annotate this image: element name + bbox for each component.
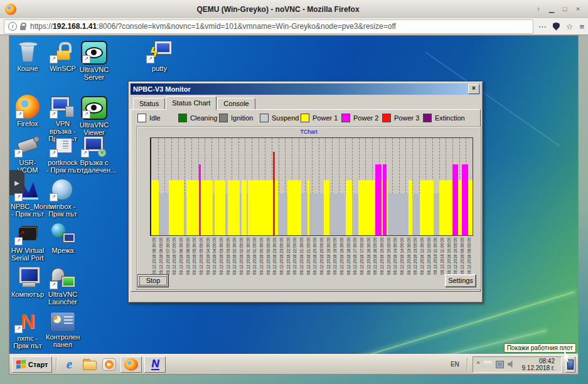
desktop-icon-putty[interactable]: ↗putty (142, 40, 176, 72)
page-info-icon[interactable]: i (8, 22, 17, 31)
x-axis-label: 09.12.2018 04:00:00 (211, 237, 218, 288)
hamburger-menu-icon[interactable]: ≡ (579, 22, 584, 31)
tracking-shield-icon[interactable] (553, 23, 560, 31)
uvnc-launcher-icon: ↗ (50, 265, 76, 289)
chart-bar-suspend (309, 193, 324, 235)
chart-bar-power1 (151, 180, 159, 235)
npbc-monitor-window: NPBC-V3 Monitor × StatusStatus ChartCons… (128, 81, 483, 303)
novnc-remote-screen[interactable]: Кошче↗WinSCP↗UltraVNC Server↗putty↗Firef… (9, 35, 579, 375)
usr-vcom-icon: ↗ (14, 134, 41, 157)
chart-bar-power1 (439, 180, 452, 235)
page-actions-icon[interactable]: ⋯ (538, 22, 547, 31)
shortcut-badge-icon: ↗ (50, 149, 58, 157)
desktop-icon-usr-vcom[interactable]: ↗USR-VCOM (11, 134, 45, 174)
desktop-icon-network[interactable]: Мрежа (46, 221, 80, 254)
desktop-icon-uvnc-server[interactable]: ↗UltraVNC Server (77, 40, 111, 81)
chart-bar-power1 (324, 180, 329, 235)
desktop-icon-uvnc-viewer[interactable]: ↗UltraVNC Viewer (77, 95, 111, 136)
chart-bar-power1 (358, 180, 375, 235)
x-axis-label: 08.12.2018 21:30:00 (298, 237, 305, 288)
start-button[interactable]: Старт (12, 356, 52, 373)
tray-icon-box: ^ 08:42 9.12.2018 г. (473, 356, 562, 373)
desktop-icon-nxmc[interactable]: ↗nxmc - Пряк път (11, 309, 45, 349)
shortcut-badge-icon: ↗ (14, 149, 23, 157)
window-maximize-button[interactable]: □ (561, 5, 569, 13)
desktop-icon-computer[interactable]: Компютър (11, 265, 45, 298)
taskbar-npbc-button[interactable] (144, 356, 166, 373)
action-center-flag-icon[interactable] (484, 361, 492, 368)
desktop-icon-firefox[interactable]: ↗Firefox (11, 95, 45, 127)
x-axis-label: 08.12.2018 17:00:00 (358, 237, 365, 288)
legend-swatch (301, 114, 309, 122)
desktop-icon-control-panel[interactable]: Контролен панел (46, 309, 80, 348)
tab-status[interactable]: Status (133, 98, 165, 110)
stop-button[interactable]: Stop (137, 274, 169, 287)
window-close-button[interactable]: × (574, 5, 582, 13)
vpn-icon: ↗ (50, 95, 76, 119)
window-minimize-button[interactable]: ▁ (548, 5, 555, 13)
x-axis-label: 08.12.2018 23:30:00 (271, 237, 278, 288)
volume-muted-icon[interactable] (508, 361, 516, 368)
legend-swatch (423, 114, 432, 122)
file-explorer-icon[interactable] (80, 356, 98, 373)
taskbar-separator (467, 358, 468, 371)
legend-swatch (341, 114, 350, 122)
legend-label: Power 1 (313, 114, 338, 122)
desktop-icon-portknock[interactable]: ↗portknock - Пряк път (46, 134, 80, 174)
desktop-icon-winbox[interactable]: ↗winbox - Пряк път (46, 178, 80, 218)
taskbar-separator (56, 358, 56, 371)
network-icon (50, 221, 76, 245)
legend-label: Ignition (231, 114, 253, 122)
desktop-icon-uvnc-launcher[interactable]: ↗UltraVNC Launcher (46, 265, 80, 306)
desktop-icon-label: NPBC_Monitor - Пряк път (11, 203, 45, 218)
npbc-window-title: NPBC-V3 Monitor (131, 85, 468, 93)
state-legend: IdleCleaningIgnitionSuspendPower 1Power … (131, 110, 480, 125)
x-axis-label: 08.12.2018 11:30:00 (432, 237, 439, 288)
legend-item-extinction: Extinction (423, 114, 464, 122)
desktop-icon-hw-virtual-serial-port[interactable]: ↗HW Virtual Serial Port (11, 221, 45, 262)
chart-bar-power1 (468, 180, 473, 235)
media-player-icon[interactable] (100, 356, 118, 373)
clock-date: 9.12.2018 г. (522, 365, 555, 371)
internet-explorer-icon[interactable] (60, 356, 78, 373)
taskbar-clock[interactable]: 08:42 9.12.2018 г. (520, 358, 557, 371)
bookmark-star-icon[interactable]: ☆ (566, 22, 574, 31)
x-axis-label: 08.12.2018 14:00:00 (398, 237, 405, 288)
desktop-icon-remote-desktop[interactable]: ↗Връзка с отдалечен... (77, 134, 111, 174)
shortcut-badge-icon: ↗ (82, 110, 90, 119)
chart-bar-power1 (169, 180, 184, 235)
system-tray: EN ^ 08:42 9.12.2018 г. (448, 356, 575, 373)
chart-bar-power1 (242, 180, 247, 235)
lock-icon[interactable] (20, 26, 26, 30)
novnc-control-bar-handle[interactable]: ▶ (9, 170, 24, 195)
tab-console[interactable]: Console (217, 98, 255, 110)
x-axis-label: 08.12.2018 17:30:00 (351, 237, 358, 288)
desktop-icon-label: Мрежа (46, 247, 80, 254)
window-shade-button[interactable]: ↑ (535, 5, 542, 13)
x-axis-label: 08.12.2018 13:30:00 (405, 237, 412, 288)
legend-item-power-2: Power 2 (341, 114, 382, 122)
npbc-close-button[interactable]: × (468, 84, 479, 94)
taskbar-firefox-button[interactable] (120, 356, 142, 373)
x-axis-label: 08.12.2018 18:00:00 (345, 237, 351, 288)
browser-window-title: QEMU (Win-Greyko) - noVNC - Mozilla Fire… (21, 5, 535, 14)
settings-button[interactable]: Settings (445, 274, 476, 287)
language-indicator[interactable]: EN (448, 361, 462, 368)
desktop-icon-winscp[interactable]: ↗WinSCP (46, 40, 80, 72)
network-status-icon[interactable] (496, 361, 504, 368)
nxmc-icon: ↗ (14, 309, 41, 333)
tab-status-chart[interactable]: Status Chart (166, 96, 216, 110)
remote-desktop-icon: ↗ (81, 134, 107, 157)
x-axis-label: 09.12.2018 03:30:00 (218, 237, 225, 288)
expand-arrow-icon: ▶ (14, 179, 19, 186)
desktop-icon-recycle-bin[interactable]: Кошче (11, 40, 45, 72)
desktop-icon-label: Контролен панел (46, 333, 80, 348)
hw-virtual-serial-port-icon: ↗ (14, 221, 41, 245)
x-axis-label: 08.12.2018 16:30:00 (365, 237, 372, 288)
url-field[interactable]: i https://192.168.1.41:8006/?console=kvm… (4, 19, 533, 34)
npbc-window-titlebar[interactable]: NPBC-V3 Monitor × (131, 83, 481, 95)
show-hidden-icons-chevron[interactable]: ^ (477, 361, 480, 368)
x-axis-label: 09.12.2018 04:30:00 (204, 237, 211, 288)
x-axis-label: 08.12.2018 15:00:00 (385, 237, 392, 288)
shortcut-badge-icon: ↗ (50, 281, 58, 289)
